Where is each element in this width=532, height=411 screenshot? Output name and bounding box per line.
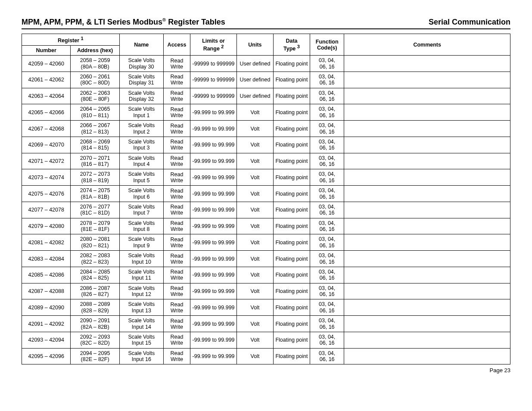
cell-name: Scale VoltsInput 14 (119, 316, 163, 332)
cell-comments (344, 72, 510, 88)
cell-limits: -99.999 to 99.999 (190, 299, 237, 316)
header-register: Register 1 (22, 34, 120, 46)
table-row: 42065 – 420662064 – 2065(810 – 811)Scale… (22, 104, 510, 121)
cell-units: Volt (236, 348, 273, 364)
cell-access: Read Write (163, 348, 190, 364)
cell-name: Scale VoltsInput 5 (119, 169, 163, 186)
cell-comments (344, 234, 510, 251)
cell-comments (344, 56, 510, 72)
cell-datatype: Floating point (273, 137, 310, 153)
header-access: Access (163, 34, 190, 56)
cell-units: Volt (236, 104, 273, 121)
cell-function: 03, 04,06, 16 (310, 332, 344, 348)
page-number: Page 23 (22, 367, 510, 374)
cell-datatype: Floating point (273, 267, 310, 283)
cell-address: 2084 – 2085(824 – 825) (71, 267, 119, 283)
table-row: 42087 – 420882086 – 2087(826 – 827)Scale… (22, 283, 510, 299)
cell-name: Scale VoltsInput 11 (119, 267, 163, 283)
title-left-post: Register Tables (166, 18, 225, 26)
cell-name: Scale VoltsInput 4 (119, 153, 163, 169)
cell-name: Scale VoltsInput 2 (119, 121, 163, 137)
cell-comments (344, 348, 510, 364)
cell-address: 2078 – 2079(81E – 81F) (71, 218, 119, 234)
header-address: Address (hex) (71, 46, 119, 56)
cell-access: Read Write (163, 104, 190, 121)
registered-symbol: ® (162, 17, 166, 22)
cell-address: 2080 – 2081(820 – 821) (71, 234, 119, 251)
cell-access: Read Write (163, 218, 190, 234)
header-datatype: Data Type 3 (273, 34, 310, 56)
cell-address: 2068 – 2069(814 – 815) (71, 137, 119, 153)
table-row: 42063 – 420642062 – 2063(80E – 80F)Scale… (22, 88, 510, 104)
cell-units: Volt (236, 186, 273, 202)
header-limits: Limits or Range 2 (190, 34, 237, 56)
cell-name: Scale VoltsInput 10 (119, 251, 163, 267)
cell-address: 2066 – 2067(812 – 813) (71, 121, 119, 137)
cell-datatype: Floating point (273, 153, 310, 169)
cell-access: Read Write (163, 121, 190, 137)
cell-name: Scale VoltsDisplay 30 (119, 56, 163, 72)
cell-function: 03, 04,06, 16 (310, 121, 344, 137)
cell-units: Volt (236, 169, 273, 186)
cell-comments (344, 218, 510, 234)
cell-limits: -99.999 to 99.999 (190, 186, 237, 202)
cell-access: Read Write (163, 72, 190, 88)
cell-name: Scale VoltsInput 9 (119, 234, 163, 251)
cell-number: 42077 – 42078 (22, 202, 71, 218)
cell-address: 2060 – 2061(80C – 80D) (71, 72, 119, 88)
cell-datatype: Floating point (273, 348, 310, 364)
cell-address: 2082 – 2083(822 – 823) (71, 251, 119, 267)
cell-name: Scale VoltsInput 15 (119, 332, 163, 348)
cell-address: 2062 – 2063(80E – 80F) (71, 88, 119, 104)
cell-function: 03, 04,06, 16 (310, 186, 344, 202)
cell-number: 42087 – 42088 (22, 283, 71, 299)
cell-limits: -99.999 to 99.999 (190, 137, 237, 153)
cell-units: Volt (236, 332, 273, 348)
cell-number: 42075 – 42076 (22, 186, 71, 202)
cell-access: Read Write (163, 283, 190, 299)
cell-comments (344, 202, 510, 218)
cell-datatype: Floating point (273, 316, 310, 332)
cell-function: 03, 04,06, 16 (310, 348, 344, 364)
cell-number: 42063 – 42064 (22, 88, 71, 104)
cell-units: Volt (236, 121, 273, 137)
cell-access: Read Write (163, 169, 190, 186)
cell-number: 42095 – 42096 (22, 348, 71, 364)
cell-datatype: Floating point (273, 169, 310, 186)
cell-units: Volt (236, 299, 273, 316)
cell-access: Read Write (163, 88, 190, 104)
table-row: 42085 – 420862084 – 2085(824 – 825)Scale… (22, 267, 510, 283)
table-row: 42095 – 420962094 – 2095(82E – 82F)Scale… (22, 348, 510, 364)
page-title-right: Serial Communication (429, 18, 510, 27)
page-title-left: MPM, APM, PPM, & LTI Series Modbus® Regi… (22, 17, 225, 27)
cell-number: 42061 – 42062 (22, 72, 71, 88)
cell-datatype: Floating point (273, 72, 310, 88)
cell-limits: -99.999 to 99.999 (190, 283, 237, 299)
table-row: 42061 – 420622060 – 2061(80C – 80D)Scale… (22, 72, 510, 88)
cell-datatype: Floating point (273, 234, 310, 251)
cell-comments (344, 88, 510, 104)
cell-limits: -99.999 to 99.999 (190, 251, 237, 267)
cell-limits: -99.999 to 99.999 (190, 104, 237, 121)
cell-comments (344, 267, 510, 283)
cell-limits: -99999 to 999999 (190, 56, 237, 72)
cell-comments (344, 121, 510, 137)
cell-limits: -99.999 to 99.999 (190, 234, 237, 251)
cell-access: Read Write (163, 332, 190, 348)
cell-access: Read Write (163, 316, 190, 332)
cell-name: Scale VoltsInput 6 (119, 186, 163, 202)
cell-name: Scale VoltsInput 1 (119, 104, 163, 121)
cell-address: 2072 – 2073(818 – 819) (71, 169, 119, 186)
cell-number: 42069 – 42070 (22, 137, 71, 153)
cell-name: Scale VoltsDisplay 32 (119, 88, 163, 104)
cell-address: 2058 – 2059(80A – 80B) (71, 56, 119, 72)
cell-function: 03, 04,06, 16 (310, 169, 344, 186)
cell-number: 42065 – 42066 (22, 104, 71, 121)
cell-units: Volt (236, 137, 273, 153)
cell-function: 03, 04,06, 16 (310, 72, 344, 88)
cell-name: Scale VoltsInput 16 (119, 348, 163, 364)
table-row: 42059 – 420602058 – 2059(80A – 80B)Scale… (22, 56, 510, 72)
cell-datatype: Floating point (273, 56, 310, 72)
cell-units: User defined (236, 88, 273, 104)
cell-units: Volt (236, 267, 273, 283)
